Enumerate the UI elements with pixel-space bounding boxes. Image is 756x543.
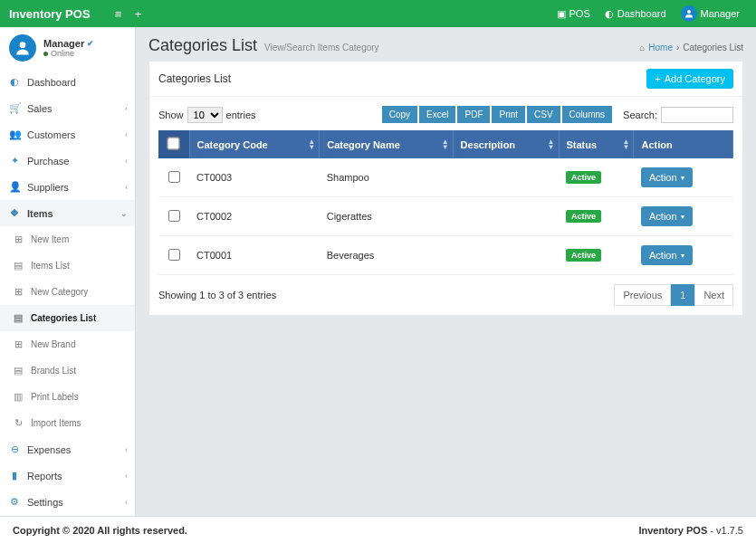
nav-user-label: Manager <box>701 8 740 19</box>
th-desc[interactable]: Description▲▼ <box>453 130 559 158</box>
sidebar-item-suppliers[interactable]: 👤Suppliers‹ <box>0 174 135 200</box>
dt-show-label: Show <box>158 110 184 120</box>
sidebar-item-dashboard[interactable]: ◐Dashboard <box>0 69 135 95</box>
cart-icon: 🛒 <box>9 102 20 114</box>
chevron-left-icon: ‹ <box>125 472 128 481</box>
select-all-checkbox[interactable] <box>167 137 180 149</box>
sidebar-item-reports[interactable]: ▮Reports‹ <box>0 462 135 489</box>
sidebar-sub-new-item[interactable]: ⊞New Item <box>0 226 135 252</box>
cell-desc <box>453 236 559 275</box>
categories-table: Category Code▲▼ Category Name▲▼ Descript… <box>158 130 733 275</box>
purchase-icon: ✦ <box>9 155 20 167</box>
chevron-left-icon: ‹ <box>125 445 128 454</box>
row-action-button[interactable]: Action ▾ <box>641 206 693 226</box>
dt-info: Showing 1 to 3 of 3 entries <box>158 290 276 300</box>
page-subtitle: View/Search Items Category <box>264 43 379 52</box>
sidebar-sub-print-labels[interactable]: ▥Print Labels <box>0 384 135 410</box>
nav-user[interactable]: Manager <box>674 5 747 22</box>
export-buttons: Copy Excel PDF Print CSV Columns <box>382 106 612 123</box>
row-checkbox[interactable] <box>168 171 180 183</box>
pager-page-1[interactable]: 1 <box>671 284 694 306</box>
export-pdf-button[interactable]: PDF <box>457 106 490 123</box>
online-dot-icon <box>43 52 48 56</box>
list-icon: ▤ <box>13 312 24 324</box>
search-label: Search: <box>623 110 657 120</box>
sort-icon: ▲▼ <box>623 139 630 150</box>
sidebar-item-sales[interactable]: 🛒Sales‹ <box>0 95 135 121</box>
row-checkbox[interactable] <box>168 210 180 222</box>
export-copy-button[interactable]: Copy <box>382 106 417 123</box>
box-title: Categories List <box>158 72 231 85</box>
import-icon: ↻ <box>13 417 24 429</box>
chevron-left-icon: ‹ <box>125 157 128 166</box>
nav-pos[interactable]: ▣ POS <box>550 8 598 20</box>
sort-icon: ▲▼ <box>308 139 315 150</box>
sidebar-sub-new-brand[interactable]: ⊞New Brand <box>0 331 135 357</box>
export-csv-button[interactable]: CSV <box>527 106 560 123</box>
table-row: CT0001BeveragesActiveAction ▾ <box>158 236 733 275</box>
th-status[interactable]: Status▲▼ <box>559 130 634 158</box>
plus-square-icon: ⊞ <box>13 286 24 298</box>
list-icon: ▤ <box>13 260 24 272</box>
sidebar-sub-categories-list[interactable]: ▤Categories List <box>0 305 135 331</box>
sort-icon: ▲▼ <box>442 139 449 150</box>
chevron-left-icon: ‹ <box>125 183 128 192</box>
th-action: Action <box>634 130 733 158</box>
pager-next[interactable]: Next <box>694 284 733 306</box>
plus-icon[interactable]: + <box>129 4 148 24</box>
gauge-icon: ◐ <box>9 76 20 88</box>
sidebar-sub-import-items[interactable]: ↻Import Items <box>0 410 135 436</box>
status-badge: Active <box>566 210 601 223</box>
row-checkbox[interactable] <box>168 249 180 261</box>
footer-version: Inventory POS - v1.7.5 <box>638 525 743 536</box>
sidebar-item-customers[interactable]: 👥Customers‹ <box>0 121 135 148</box>
sidebar: Manager ✔ Online ◐Dashboard 🛒Sales‹ 👥Cus… <box>0 27 136 516</box>
row-action-button[interactable]: Action ▾ <box>641 245 693 265</box>
cell-code: CT0003 <box>189 158 320 197</box>
th-code[interactable]: Category Code▲▼ <box>189 130 320 158</box>
dt-length-select[interactable]: 10 <box>187 107 223 123</box>
nav-dashboard[interactable]: ◐ Dashboard <box>598 8 674 20</box>
chevron-left-icon: ‹ <box>125 104 128 113</box>
sort-icon: ▲▼ <box>548 139 555 150</box>
add-category-button[interactable]: + Add Category <box>646 69 733 89</box>
nav-pos-label: POS <box>569 8 590 19</box>
sidebar-sub-new-category[interactable]: ⊞New Category <box>0 279 135 305</box>
pos-icon: ▣ <box>557 8 566 20</box>
footer-copyright: Copyright © 2020 All rights reserved. <box>13 525 187 536</box>
export-columns-button[interactable]: Columns <box>562 106 612 123</box>
search-input[interactable] <box>661 107 733 123</box>
page-title: Categories List <box>148 36 257 55</box>
table-row: CT0003ShampooActiveAction ▾ <box>158 158 733 197</box>
sidebar-item-items[interactable]: ❖Items⌄ <box>0 200 135 226</box>
sidebar-item-settings[interactable]: ⚙Settings‹ <box>0 489 135 515</box>
gear-icon: ⚙ <box>9 496 20 508</box>
sidebar-item-purchase[interactable]: ✦Purchase‹ <box>0 148 135 174</box>
verified-icon: ✔ <box>87 39 94 48</box>
cell-name: Beverages <box>320 236 453 275</box>
footer: Copyright © 2020 All rights reserved. In… <box>0 516 756 543</box>
box-categories: Categories List + Add Category Show 10 e… <box>148 61 743 316</box>
th-select-all[interactable] <box>158 130 189 158</box>
sidebar-sub-brands-list[interactable]: ▤Brands List <box>0 357 135 384</box>
export-print-button[interactable]: Print <box>492 106 525 123</box>
row-action-button[interactable]: Action ▾ <box>641 167 693 187</box>
cell-code: CT0001 <box>189 236 320 275</box>
items-icon: ❖ <box>9 207 20 219</box>
avatar-icon <box>681 5 697 22</box>
sidebar-item-help[interactable]: ▭Help <box>0 515 135 516</box>
sidebar-toggle-icon[interactable]: ≡ <box>109 4 129 24</box>
list-icon: ▤ <box>13 365 24 376</box>
cell-name: Shampoo <box>320 158 453 197</box>
chart-icon: ▮ <box>9 470 20 481</box>
cell-desc <box>453 197 559 236</box>
pager-previous[interactable]: Previous <box>614 284 671 306</box>
chevron-left-icon: ‹ <box>125 498 128 507</box>
sidebar-item-expenses[interactable]: ⊖Expenses‹ <box>0 436 135 462</box>
th-name[interactable]: Category Name▲▼ <box>320 130 453 158</box>
breadcrumb-home[interactable]: Home <box>648 43 673 52</box>
brand[interactable]: Inventory POS <box>9 7 91 21</box>
chevron-left-icon: ‹ <box>125 130 128 139</box>
sidebar-sub-items-list[interactable]: ▤Items List <box>0 252 135 279</box>
export-excel-button[interactable]: Excel <box>419 106 455 123</box>
